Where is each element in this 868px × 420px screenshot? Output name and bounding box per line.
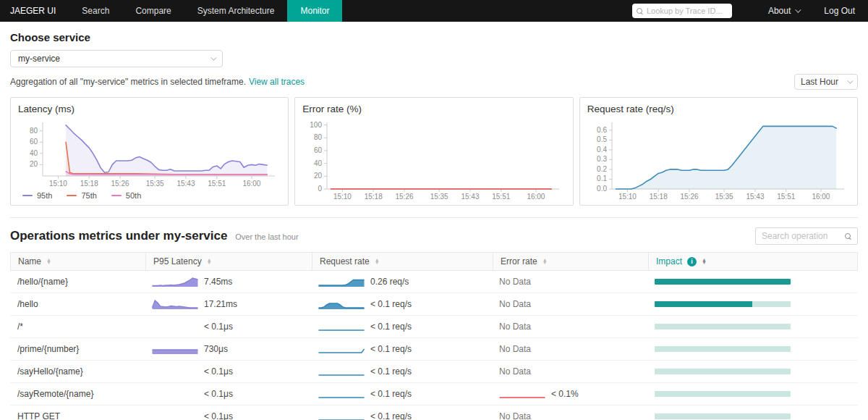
service-charts-row: Latency (ms) 2040608015:1015:1815:2615:3… — [10, 97, 858, 206]
column-header-name[interactable]: Name ▲▼ — [11, 253, 145, 270]
column-header-error-rate[interactable]: Error rate ▲▼ — [493, 253, 648, 270]
operation-name[interactable]: /hello — [10, 293, 145, 315]
error-rate-value: No Data — [499, 411, 531, 420]
sort-icon[interactable]: ▲▼ — [542, 259, 548, 265]
trace-lookup-input[interactable] — [647, 7, 728, 15]
svg-text:16:00: 16:00 — [812, 193, 830, 201]
request-rate-sparkline — [318, 388, 365, 400]
jaeger-logo[interactable]: JAEGER UI — [0, 0, 69, 22]
error-rate-cell: No Data — [492, 271, 647, 293]
operation-name[interactable]: /sayHello/{name} — [10, 361, 145, 382]
request-rate-value: < 0.1 req/s — [370, 299, 412, 309]
error-rate-cell: No Data — [492, 406, 647, 420]
top-nav: JAEGER UI SearchCompareSystem Architectu… — [0, 0, 868, 22]
column-header-request-rate[interactable]: Request rate ▲▼ — [312, 253, 493, 270]
search-icon — [637, 8, 643, 14]
request-rate-chart-panel: Request rate (req/s) 0.00.10.20.30.40.50… — [579, 97, 858, 206]
nav-item-system-architecture[interactable]: System Architecture — [184, 0, 288, 22]
legend-item-50th[interactable]: 50th — [111, 191, 141, 200]
legend-dash-icon — [111, 195, 122, 196]
svg-text:16:00: 16:00 — [527, 193, 545, 201]
svg-text:15:51: 15:51 — [777, 193, 795, 201]
legend-item-75th[interactable]: 75th — [67, 191, 96, 200]
request-rate-chart: 0.00.10.20.30.40.50.615:1015:1815:2615:3… — [587, 118, 850, 202]
latency-value-cell: < 0.1μs — [145, 361, 311, 382]
svg-text:15:10: 15:10 — [333, 193, 352, 201]
impact-cell — [647, 383, 858, 405]
latency-sparkline — [152, 321, 198, 332]
logout-button[interactable]: Log Out — [817, 6, 868, 16]
search-icon — [845, 233, 851, 240]
error-rate-chart: 02040608010015:1015:1815:2615:3515:4315:… — [302, 118, 565, 202]
impact-bar-fill — [655, 301, 752, 307]
sort-icon[interactable]: ▲▼ — [375, 259, 380, 265]
svg-text:0.1: 0.1 — [597, 175, 607, 182]
error-rate-sparkline — [499, 388, 545, 400]
svg-text:15:35: 15:35 — [430, 193, 448, 201]
request-rate-chart-title: Request rate (req/s) — [587, 104, 850, 118]
request-rate-value-cell: < 0.1 req/s — [311, 293, 492, 315]
svg-text:15:26: 15:26 — [680, 193, 698, 201]
operations-title: Operations metrics under my-service Over… — [10, 229, 299, 243]
sort-icon[interactable]: ▲▼ — [207, 259, 212, 265]
error-rate-cell: No Data — [492, 316, 647, 337]
latency-sparkline — [152, 343, 198, 355]
service-select-value: my-service — [18, 54, 60, 64]
latency-value: < 0.1μs — [204, 322, 233, 332]
svg-text:15:43: 15:43 — [176, 180, 195, 188]
request-rate-value: < 0.1 req/s — [370, 344, 412, 354]
request-rate-value-cell: 0.26 req/s — [311, 271, 492, 293]
svg-text:0.0: 0.0 — [597, 185, 607, 193]
svg-text:40: 40 — [314, 159, 323, 167]
chevron-down-icon — [847, 77, 853, 83]
about-menu[interactable]: About — [751, 6, 817, 16]
latency-sparkline — [152, 411, 198, 420]
svg-text:15:51: 15:51 — [208, 180, 226, 188]
latency-sparkline — [152, 276, 198, 287]
request-rate-value: < 0.1 req/s — [370, 411, 412, 420]
impact-bar-fill — [655, 279, 791, 285]
error-rate-value: No Data — [499, 344, 531, 354]
nav-item-search[interactable]: Search — [69, 0, 122, 22]
impact-info-icon[interactable]: i — [687, 257, 697, 266]
operation-name[interactable]: /prime/{number} — [10, 338, 145, 360]
legend-item-95th[interactable]: 95th — [22, 191, 52, 200]
latency-chart: 2040608015:1015:1815:2615:3515:4315:5116… — [18, 118, 281, 189]
impact-bar — [655, 346, 791, 352]
latency-chart-title: Latency (ms) — [18, 104, 281, 118]
column-header-p95-latency[interactable]: P95 Latency ▲▼ — [145, 253, 312, 270]
service-select[interactable]: my-service — [10, 50, 223, 67]
svg-text:80: 80 — [314, 133, 323, 141]
request-rate-sparkline — [318, 321, 365, 332]
svg-text:15:26: 15:26 — [111, 180, 129, 188]
timeframe-select[interactable]: Last Hour — [794, 74, 858, 90]
operation-name[interactable]: HTTP GET — [10, 406, 145, 420]
svg-text:0.5: 0.5 — [597, 135, 607, 143]
table-row: HTTP GET< 0.1μs< 0.1 req/sNo Data — [10, 406, 858, 420]
nav-item-compare[interactable]: Compare — [122, 0, 184, 22]
request-rate-value-cell: < 0.1 req/s — [311, 361, 492, 382]
trace-lookup-box — [632, 4, 732, 18]
svg-text:20: 20 — [314, 172, 323, 180]
latency-sparkline — [152, 298, 198, 310]
table-row: /hello17.21ms< 0.1 req/sNo Data — [10, 293, 858, 316]
operations-table-body: /hello/{name}7.45ms0.26 req/sNo Data/hel… — [10, 271, 858, 420]
latency-value-cell: < 0.1μs — [145, 383, 311, 405]
operation-name[interactable]: /* — [10, 316, 145, 337]
impact-bar — [655, 301, 791, 307]
column-header-impact[interactable]: Impact i ▲▼ — [648, 253, 857, 270]
impact-cell — [647, 293, 858, 315]
nav-item-monitor[interactable]: Monitor — [287, 0, 342, 22]
view-all-traces-link[interactable]: View all traces — [249, 77, 305, 87]
latency-value: 730μs — [204, 344, 228, 354]
latency-value: 7.45ms — [204, 277, 232, 287]
operation-search-input[interactable] — [762, 231, 841, 241]
svg-text:16:00: 16:00 — [242, 180, 260, 188]
sort-icon[interactable]: ▲▼ — [46, 259, 51, 265]
table-row: /*< 0.1μs< 0.1 req/sNo Data — [10, 316, 858, 338]
operation-name[interactable]: /hello/{name} — [10, 271, 145, 293]
chevron-down-icon — [795, 7, 801, 12]
sort-icon[interactable]: ▲▼ — [702, 259, 707, 265]
impact-bar — [655, 391, 791, 397]
operation-name[interactable]: /sayRemote/{name} — [10, 383, 145, 405]
